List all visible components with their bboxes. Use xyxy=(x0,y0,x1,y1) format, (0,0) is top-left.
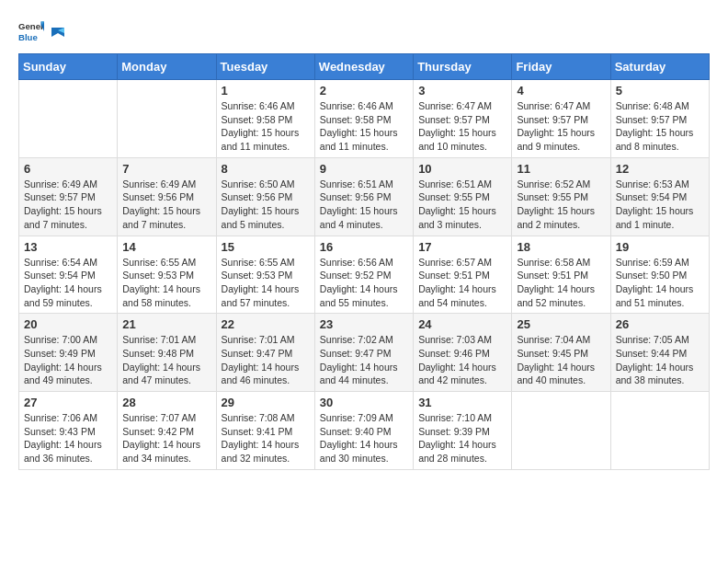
weekday-header-saturday: Saturday xyxy=(610,54,709,80)
calendar-cell xyxy=(19,80,118,158)
svg-text:General: General xyxy=(18,21,44,31)
calendar-cell: 1Sunrise: 6:46 AMSunset: 9:58 PMDaylight… xyxy=(216,80,314,158)
day-number: 20 xyxy=(24,317,112,331)
day-number: 24 xyxy=(418,317,506,331)
calendar-cell: 5Sunrise: 6:48 AMSunset: 9:57 PMDaylight… xyxy=(610,80,709,158)
calendar-week-row: 1Sunrise: 6:46 AMSunset: 9:58 PMDaylight… xyxy=(19,80,710,158)
calendar-week-row: 27Sunrise: 7:06 AMSunset: 9:43 PMDayligh… xyxy=(19,392,710,470)
day-info: Sunrise: 6:50 AMSunset: 9:56 PMDaylight:… xyxy=(222,178,310,232)
day-info: Sunrise: 6:56 AMSunset: 9:52 PMDaylight:… xyxy=(320,256,408,310)
day-number: 9 xyxy=(320,162,408,176)
calendar-cell: 14Sunrise: 6:55 AMSunset: 9:53 PMDayligh… xyxy=(118,236,216,314)
page-header: General Blue xyxy=(18,18,710,44)
day-number: 17 xyxy=(418,240,506,254)
calendar-cell: 15Sunrise: 6:55 AMSunset: 9:53 PMDayligh… xyxy=(216,236,314,314)
calendar-cell: 17Sunrise: 6:57 AMSunset: 9:51 PMDayligh… xyxy=(414,236,512,314)
day-number: 28 xyxy=(122,396,210,409)
day-number: 22 xyxy=(222,317,310,331)
day-number: 7 xyxy=(122,162,210,176)
day-info: Sunrise: 6:47 AMSunset: 9:57 PMDaylight:… xyxy=(418,99,506,154)
day-info: Sunrise: 6:57 AMSunset: 9:51 PMDaylight:… xyxy=(418,256,506,310)
day-number: 14 xyxy=(122,240,210,254)
calendar-cell: 7Sunrise: 6:49 AMSunset: 9:56 PMDaylight… xyxy=(118,157,216,236)
day-info: Sunrise: 6:58 AMSunset: 9:51 PMDaylight:… xyxy=(517,256,605,310)
day-number: 6 xyxy=(24,162,112,176)
day-number: 31 xyxy=(418,396,506,409)
weekday-header-sunday: Sunday xyxy=(19,54,118,80)
weekday-header-monday: Monday xyxy=(118,54,216,80)
day-info: Sunrise: 7:02 AMSunset: 9:47 PMDaylight:… xyxy=(320,333,408,387)
calendar-cell: 4Sunrise: 6:47 AMSunset: 9:57 PMDaylight… xyxy=(512,80,610,158)
day-number: 1 xyxy=(222,84,310,98)
day-info: Sunrise: 7:09 AMSunset: 9:40 PMDaylight:… xyxy=(320,411,408,465)
calendar-week-row: 6Sunrise: 6:49 AMSunset: 9:57 PMDaylight… xyxy=(19,157,710,236)
day-info: Sunrise: 6:51 AMSunset: 9:55 PMDaylight:… xyxy=(418,178,506,232)
weekday-header-thursday: Thursday xyxy=(414,54,512,80)
weekday-header-friday: Friday xyxy=(512,54,610,80)
day-number: 2 xyxy=(320,84,408,98)
day-info: Sunrise: 6:55 AMSunset: 9:53 PMDaylight:… xyxy=(222,256,310,310)
weekday-header-wednesday: Wednesday xyxy=(314,54,413,80)
day-number: 5 xyxy=(616,84,704,98)
day-info: Sunrise: 7:06 AMSunset: 9:43 PMDaylight:… xyxy=(24,411,112,465)
calendar-cell: 24Sunrise: 7:03 AMSunset: 9:46 PMDayligh… xyxy=(414,314,512,392)
calendar-cell xyxy=(610,392,709,470)
day-info: Sunrise: 6:54 AMSunset: 9:54 PMDaylight:… xyxy=(24,256,112,310)
day-number: 18 xyxy=(517,240,605,254)
day-number: 11 xyxy=(517,162,605,176)
day-info: Sunrise: 6:49 AMSunset: 9:56 PMDaylight:… xyxy=(122,178,210,232)
day-info: Sunrise: 6:52 AMSunset: 9:55 PMDaylight:… xyxy=(517,178,605,232)
calendar-cell: 2Sunrise: 6:46 AMSunset: 9:58 PMDaylight… xyxy=(314,80,413,158)
logo: General Blue xyxy=(18,18,66,44)
day-info: Sunrise: 6:47 AMSunset: 9:57 PMDaylight:… xyxy=(517,99,605,154)
calendar-cell: 10Sunrise: 6:51 AMSunset: 9:55 PMDayligh… xyxy=(414,157,512,236)
day-info: Sunrise: 7:03 AMSunset: 9:46 PMDaylight:… xyxy=(418,333,506,387)
calendar-cell: 16Sunrise: 6:56 AMSunset: 9:52 PMDayligh… xyxy=(314,236,413,314)
day-info: Sunrise: 7:01 AMSunset: 9:47 PMDaylight:… xyxy=(222,333,310,387)
day-number: 26 xyxy=(616,317,704,331)
day-number: 16 xyxy=(320,240,408,254)
day-info: Sunrise: 7:08 AMSunset: 9:41 PMDaylight:… xyxy=(222,411,310,465)
calendar-cell: 9Sunrise: 6:51 AMSunset: 9:56 PMDaylight… xyxy=(314,157,413,236)
day-number: 21 xyxy=(122,317,210,331)
day-info: Sunrise: 7:01 AMSunset: 9:48 PMDaylight:… xyxy=(122,333,210,387)
day-info: Sunrise: 7:00 AMSunset: 9:49 PMDaylight:… xyxy=(24,333,112,387)
day-number: 12 xyxy=(616,162,704,176)
day-number: 13 xyxy=(24,240,112,254)
calendar-cell: 6Sunrise: 6:49 AMSunset: 9:57 PMDaylight… xyxy=(19,157,118,236)
calendar-cell: 28Sunrise: 7:07 AMSunset: 9:42 PMDayligh… xyxy=(118,392,216,470)
calendar-header-row: SundayMondayTuesdayWednesdayThursdayFrid… xyxy=(19,54,710,80)
calendar-table: SundayMondayTuesdayWednesdayThursdayFrid… xyxy=(18,53,710,470)
day-info: Sunrise: 7:04 AMSunset: 9:45 PMDaylight:… xyxy=(517,333,605,387)
logo-icon: General Blue xyxy=(18,18,44,44)
calendar-cell: 25Sunrise: 7:04 AMSunset: 9:45 PMDayligh… xyxy=(512,314,610,392)
calendar-cell: 26Sunrise: 7:05 AMSunset: 9:44 PMDayligh… xyxy=(610,314,709,392)
day-info: Sunrise: 6:46 AMSunset: 9:58 PMDaylight:… xyxy=(222,99,310,154)
day-number: 27 xyxy=(24,396,112,409)
day-number: 8 xyxy=(222,162,310,176)
logo-flag-icon xyxy=(50,26,66,42)
calendar-cell: 22Sunrise: 7:01 AMSunset: 9:47 PMDayligh… xyxy=(216,314,314,392)
day-info: Sunrise: 6:53 AMSunset: 9:54 PMDaylight:… xyxy=(616,178,704,232)
calendar-cell: 31Sunrise: 7:10 AMSunset: 9:39 PMDayligh… xyxy=(414,392,512,470)
day-info: Sunrise: 7:07 AMSunset: 9:42 PMDaylight:… xyxy=(122,411,210,465)
calendar-cell: 11Sunrise: 6:52 AMSunset: 9:55 PMDayligh… xyxy=(512,157,610,236)
day-info: Sunrise: 6:49 AMSunset: 9:57 PMDaylight:… xyxy=(24,178,112,232)
weekday-header-tuesday: Tuesday xyxy=(216,54,314,80)
calendar-cell: 29Sunrise: 7:08 AMSunset: 9:41 PMDayligh… xyxy=(216,392,314,470)
day-number: 4 xyxy=(517,84,605,98)
calendar-cell: 8Sunrise: 6:50 AMSunset: 9:56 PMDaylight… xyxy=(216,157,314,236)
day-info: Sunrise: 6:55 AMSunset: 9:53 PMDaylight:… xyxy=(122,256,210,310)
day-info: Sunrise: 6:59 AMSunset: 9:50 PMDaylight:… xyxy=(616,256,704,310)
calendar-cell: 3Sunrise: 6:47 AMSunset: 9:57 PMDaylight… xyxy=(414,80,512,158)
day-info: Sunrise: 7:10 AMSunset: 9:39 PMDaylight:… xyxy=(418,411,506,465)
calendar-cell: 12Sunrise: 6:53 AMSunset: 9:54 PMDayligh… xyxy=(610,157,709,236)
day-number: 25 xyxy=(517,317,605,331)
day-info: Sunrise: 7:05 AMSunset: 9:44 PMDaylight:… xyxy=(616,333,704,387)
calendar-week-row: 13Sunrise: 6:54 AMSunset: 9:54 PMDayligh… xyxy=(19,236,710,314)
calendar-cell xyxy=(512,392,610,470)
day-info: Sunrise: 6:51 AMSunset: 9:56 PMDaylight:… xyxy=(320,178,408,232)
calendar-cell: 19Sunrise: 6:59 AMSunset: 9:50 PMDayligh… xyxy=(610,236,709,314)
calendar-cell: 13Sunrise: 6:54 AMSunset: 9:54 PMDayligh… xyxy=(19,236,118,314)
day-info: Sunrise: 6:48 AMSunset: 9:57 PMDaylight:… xyxy=(616,99,704,154)
